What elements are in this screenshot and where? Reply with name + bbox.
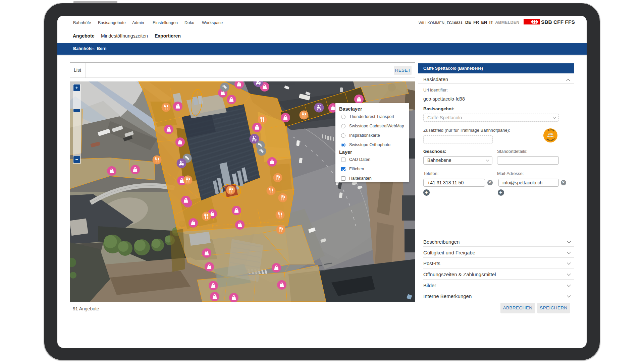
svg-text:SBB CFF FFS: SBB CFF FFS xyxy=(541,19,575,25)
